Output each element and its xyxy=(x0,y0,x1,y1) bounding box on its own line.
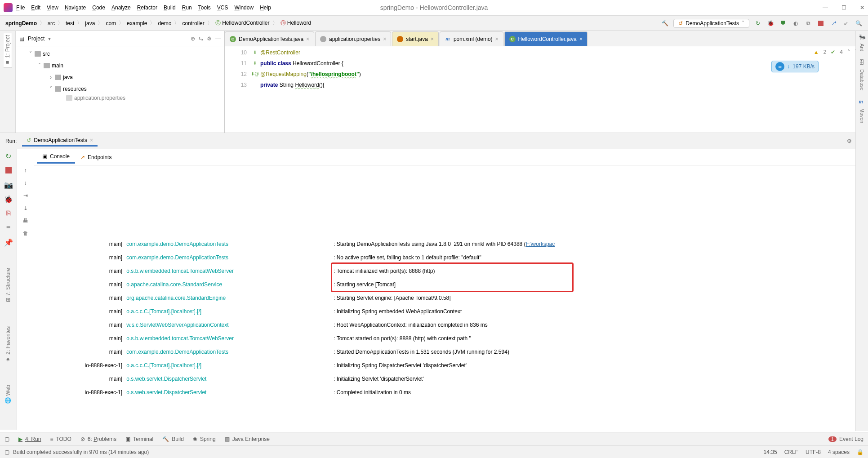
breadcrumb-item[interactable]: com xyxy=(106,20,116,27)
run-button[interactable]: ↻ xyxy=(754,19,762,27)
inspection-widget[interactable]: ▲2 ✔4 ˄ ˅ xyxy=(814,49,857,55)
maven-tab[interactable]: Maven xyxy=(859,107,866,125)
debug-button[interactable]: 🐞 xyxy=(4,195,13,203)
close-icon[interactable]: × xyxy=(431,36,434,42)
close-icon[interactable]: × xyxy=(383,36,386,42)
hide-icon[interactable]: — xyxy=(215,36,221,42)
chevron-icon[interactable]: ˅ xyxy=(37,62,42,69)
chevron-icon[interactable]: › xyxy=(49,74,53,80)
tree-node[interactable]: ›java xyxy=(19,71,221,83)
breadcrumb-item[interactable]: java xyxy=(85,20,95,27)
structure-tab[interactable]: ⊞ 7: Structure xyxy=(4,265,12,305)
breadcrumb-item[interactable]: controller xyxy=(182,20,204,27)
dump-threads-button[interactable]: 📷 xyxy=(4,181,13,189)
build-icon[interactable]: 🔨 xyxy=(661,19,669,27)
chevron-icon[interactable]: ˅ xyxy=(49,86,53,92)
code-editor[interactable]: 10111213 ⬇⬇⬇@ @RestControllerpublic clas… xyxy=(225,46,868,133)
editor-tab[interactable]: mpom.xml (demo)× xyxy=(440,31,503,46)
coverage-button[interactable]: ⛊ xyxy=(779,19,787,27)
project-tool-tab[interactable]: ■ 1: Project xyxy=(4,33,12,68)
menu-run[interactable]: Run xyxy=(182,4,192,11)
breadcrumb-item[interactable]: test xyxy=(66,20,74,27)
menu-analyze[interactable]: Analyze xyxy=(111,4,131,11)
breadcrumb-item[interactable]: springDemo xyxy=(5,20,37,27)
editor-tab[interactable]: start.java× xyxy=(392,31,439,46)
menu-vcs[interactable]: VCS xyxy=(217,4,228,11)
project-panel-title[interactable]: Project xyxy=(28,36,45,42)
database-tab[interactable]: Database xyxy=(859,67,866,92)
bottom-tool-terminal[interactable]: ▣Terminal xyxy=(125,436,153,442)
settings-icon[interactable]: ⚙ xyxy=(207,36,212,42)
expand-icon[interactable]: ⇆ xyxy=(199,36,203,42)
profile-button[interactable]: ◐ xyxy=(792,19,800,27)
menu-edit[interactable]: Edit xyxy=(31,4,40,11)
close-button[interactable]: ✕ xyxy=(860,4,864,11)
menu-window[interactable]: Window xyxy=(234,4,254,11)
attach-button[interactable]: ⧉ xyxy=(804,19,812,27)
close-icon[interactable]: × xyxy=(90,137,93,143)
git-icon[interactable]: ⎇ xyxy=(829,19,837,27)
chevron-down-icon[interactable]: ▾ xyxy=(48,36,51,42)
menu-navigate[interactable]: Navigate xyxy=(65,4,86,11)
status-indent[interactable]: 4 spaces xyxy=(828,449,850,455)
endpoints-tab[interactable]: ↗ Endpoints xyxy=(75,151,117,163)
bottom-tool-javaenterprise[interactable]: ▥Java Enterprise xyxy=(225,436,270,442)
close-icon[interactable]: × xyxy=(306,36,309,42)
console-tab[interactable]: ▣ Console xyxy=(37,151,75,164)
web-tab[interactable]: 🌐 Web xyxy=(4,382,12,407)
up-icon[interactable]: ↑ xyxy=(24,167,27,173)
favorites-tab[interactable]: ★ 2: Favorites xyxy=(4,324,12,365)
chevron-icon[interactable]: ˅ xyxy=(28,51,33,57)
bottom-tool-build[interactable]: 🔨Build xyxy=(162,436,184,442)
console-output[interactable]: main] com.example.demo.DemoApplicationTe… xyxy=(34,165,868,402)
bottom-tool-problems[interactable]: ⊘6: Problems xyxy=(80,436,116,442)
bottom-tool-run[interactable]: ▶4: Run xyxy=(18,436,41,442)
close-icon[interactable]: × xyxy=(495,36,499,42)
close-icon[interactable]: × xyxy=(579,36,583,42)
layout-button[interactable]: ≡ xyxy=(4,224,13,232)
exit-button[interactable]: ⎘ xyxy=(4,209,13,218)
soft-wrap-icon[interactable]: ⇥ xyxy=(23,192,28,199)
menu-view[interactable]: View xyxy=(47,4,58,11)
tree-node[interactable]: ˅main xyxy=(19,60,221,71)
status-encoding[interactable]: UTF-8 xyxy=(806,449,821,455)
menu-code[interactable]: Code xyxy=(92,4,105,11)
breadcrumb-item[interactable]: demo xyxy=(158,20,171,27)
pin-button[interactable]: 📌 xyxy=(4,238,13,246)
ant-tab[interactable]: Ant xyxy=(859,42,866,53)
run-configuration-selector[interactable]: ↺ DemoApplicationTests ˅ xyxy=(673,19,749,28)
breadcrumb-item[interactable]: ⓜ Helloword xyxy=(280,19,312,27)
status-lock-icon[interactable]: 🔒 xyxy=(857,449,864,455)
bottom-tool-todo[interactable]: ≡TODO xyxy=(50,436,71,442)
status-eol[interactable]: CRLF xyxy=(784,449,798,455)
tree-node[interactable]: ˅resources xyxy=(19,83,221,95)
update-icon[interactable]: ↙ xyxy=(842,19,850,27)
tool-window-icon[interactable]: ▢ xyxy=(4,436,9,442)
menu-tools[interactable]: Tools xyxy=(198,4,211,11)
menu-file[interactable]: File xyxy=(16,4,25,11)
bottom-tool-spring[interactable]: ❀Spring xyxy=(193,436,216,442)
chevron-up-icon[interactable]: ˄ xyxy=(847,49,850,55)
status-icon[interactable]: ▢ xyxy=(4,449,9,455)
editor-tab[interactable]: CHellowordController.java× xyxy=(504,31,588,46)
breadcrumb-item[interactable]: src xyxy=(48,20,55,27)
link[interactable]: F:\workspac xyxy=(526,237,555,251)
search-icon[interactable]: 🔍 xyxy=(855,19,863,27)
rerun-button[interactable]: ↻ xyxy=(4,152,13,160)
editor-tab[interactable]: application.properties× xyxy=(315,31,391,46)
clear-icon[interactable]: 🗑 xyxy=(23,230,28,236)
code-content[interactable]: @RestControllerpublic class HellowordCon… xyxy=(260,46,361,133)
breadcrumb-item[interactable]: example xyxy=(127,20,147,27)
event-log[interactable]: 1Event Log xyxy=(828,436,864,442)
down-icon[interactable]: ↓ xyxy=(24,180,27,186)
menu-build[interactable]: Build xyxy=(164,4,176,11)
run-config-tab[interactable]: ↺ DemoApplicationTests × xyxy=(22,135,98,147)
minimize-button[interactable]: — xyxy=(823,4,828,11)
tree-node[interactable]: application.properties xyxy=(19,95,221,101)
menu-refactor[interactable]: Refactor xyxy=(137,4,157,11)
scroll-end-icon[interactable]: ⤓ xyxy=(23,205,28,211)
tree-node[interactable]: ˅src xyxy=(19,48,221,60)
editor-tab[interactable]: CDemoApplicationTests.java× xyxy=(225,31,314,46)
stop-button[interactable] xyxy=(817,19,825,27)
debug-button[interactable]: 🐞 xyxy=(766,19,775,27)
